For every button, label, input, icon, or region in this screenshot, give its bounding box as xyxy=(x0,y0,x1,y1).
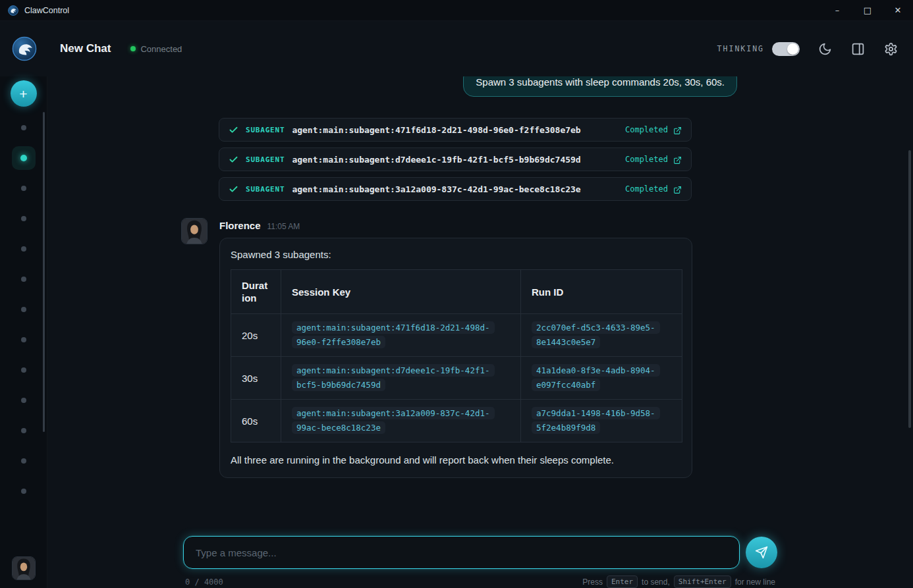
run-id-cell: 2cc070ef-d5c3-4633-89e5-8e1443c0e5e7 xyxy=(521,314,682,357)
chat-list-item[interactable] xyxy=(12,479,36,503)
run-id-code: 41a1dea0-8f3e-4adb-8904-e097fcc40abf xyxy=(532,364,660,391)
header-actions: THINKING xyxy=(717,41,899,57)
chat-list-item[interactable] xyxy=(12,328,36,352)
subagent-status-link[interactable]: Completed xyxy=(625,125,682,134)
titlebar: ClawControl – □ ✕ xyxy=(0,0,913,21)
dark-mode-button[interactable] xyxy=(817,41,833,57)
thinking-toggle[interactable] xyxy=(772,42,800,56)
chat-item-dot xyxy=(21,246,26,252)
assistant-body: Florence 11:05 AM Spawned 3 subagents: D… xyxy=(219,218,692,478)
check-icon xyxy=(229,155,238,165)
message-outro-text: All three are running in the background … xyxy=(231,454,681,466)
send-icon xyxy=(755,546,768,559)
composer-input-row xyxy=(183,536,777,569)
moon-icon xyxy=(818,42,832,56)
hint-newline: for new line xyxy=(735,577,775,587)
table-row: 20s agent:main:subagent:471f6d18-2d21-49… xyxy=(231,314,682,357)
sidebar-scrollbar[interactable] xyxy=(43,112,45,432)
subagent-status-label: Completed xyxy=(625,184,668,194)
chat-item-dot xyxy=(21,458,26,464)
app-window: ClawControl – □ ✕ New Chat Connected THI… xyxy=(0,0,913,588)
chat-list-item[interactable] xyxy=(12,207,36,230)
chat-list-item[interactable] xyxy=(12,237,36,261)
session-key-code: agent:main:subagent:d7deee1c-19fb-42f1-b… xyxy=(292,364,495,391)
shift-enter-key-chip: Shift+Enter xyxy=(674,575,731,588)
chat-list-item[interactable] xyxy=(12,176,36,200)
subagent-status-label: Completed xyxy=(625,155,668,164)
table-row: 60s agent:main:subagent:3a12a009-837c-42… xyxy=(231,400,682,442)
session-key-cell: agent:main:subagent:471f6d18-2d21-498d-9… xyxy=(281,314,521,357)
chat-list-item[interactable] xyxy=(12,298,36,321)
table-header-session-key: Session Key xyxy=(281,270,521,314)
subagent-tag: SUBAGENT xyxy=(246,185,285,194)
minimize-button[interactable]: – xyxy=(822,0,852,20)
chat-item-dot xyxy=(21,307,26,312)
chat-scrollbar[interactable] xyxy=(908,150,911,428)
connection-status-label: Connected xyxy=(140,44,182,54)
thinking-label: THINKING xyxy=(717,44,764,53)
chat-list-item[interactable] xyxy=(12,388,36,412)
enter-key-chip: Enter xyxy=(607,575,638,588)
window-controls: – □ ✕ xyxy=(822,0,913,20)
table-header-duration: Duration xyxy=(231,270,281,314)
chat-list-item[interactable] xyxy=(12,116,36,140)
external-link-icon xyxy=(673,155,682,164)
duration-cell: 30s xyxy=(231,357,281,400)
chat-item-dot xyxy=(21,125,26,130)
subagent-status-row: SUBAGENT agent:main:subagent:d7deee1c-19… xyxy=(219,147,692,171)
subagent-status-list: SUBAGENT agent:main:subagent:471f6d18-2d… xyxy=(219,118,692,201)
sidebar: + xyxy=(0,76,47,588)
chat-list-item[interactable] xyxy=(12,358,36,382)
session-key-code: agent:main:subagent:471f6d18-2d21-498d-9… xyxy=(292,321,495,348)
chat-list-item[interactable] xyxy=(12,267,36,291)
close-button[interactable]: ✕ xyxy=(883,0,913,20)
page-title: New Chat xyxy=(60,42,111,55)
assistant-name-row: Florence 11:05 AM xyxy=(219,218,692,231)
subagent-status-link[interactable]: Completed xyxy=(625,155,682,164)
subagent-status-link[interactable]: Completed xyxy=(625,184,682,194)
assistant-message: Florence 11:05 AM Spawned 3 subagents: D… xyxy=(181,218,737,478)
subagent-session-id: agent:main:subagent:3a12a009-837c-42d1-9… xyxy=(292,184,580,194)
table-header-run-id: Run ID xyxy=(521,270,682,314)
connection-status: Connected xyxy=(130,44,182,54)
subagent-session-id: agent:main:subagent:471f6d18-2d21-498d-9… xyxy=(292,125,580,135)
app-body: + Spawn 3 subagents with sleep commands … xyxy=(0,76,913,588)
subagent-status-row: SUBAGENT agent:main:subagent:3a12a009-83… xyxy=(219,177,692,201)
user-avatar[interactable] xyxy=(12,556,36,580)
chat-item-dot xyxy=(21,216,26,221)
subagent-tag: SUBAGENT xyxy=(246,126,285,134)
subagent-status-label: Completed xyxy=(625,125,668,134)
titlebar-app-name: ClawControl xyxy=(24,6,69,15)
header: New Chat Connected THINKING xyxy=(0,21,913,76)
session-key-cell: agent:main:subagent:d7deee1c-19fb-42f1-b… xyxy=(281,357,521,400)
session-key-code: agent:main:subagent:3a12a009-837c-42d1-9… xyxy=(292,407,495,434)
message-input[interactable] xyxy=(183,536,740,569)
main-chat-area: Spawn 3 subagents with sleep commands 20… xyxy=(47,76,913,588)
message-scroll-area[interactable]: Spawn 3 subagents with sleep commands 20… xyxy=(47,76,913,527)
app-logo-icon xyxy=(8,5,18,16)
table-row: 30s agent:main:subagent:d7deee1c-19fb-42… xyxy=(231,357,682,400)
panel-columns-icon xyxy=(851,42,865,56)
chat-list xyxy=(12,116,36,503)
external-link-icon xyxy=(673,185,682,194)
composer: 0 / 4000 Press Enter to send, Shift+Ente… xyxy=(183,527,777,588)
settings-button[interactable] xyxy=(883,41,899,57)
duration-cell: 60s xyxy=(231,400,281,442)
chat-item-dot xyxy=(21,367,26,373)
duration-cell: 20s xyxy=(231,314,281,357)
chat-list-item[interactable] xyxy=(12,449,36,473)
sidebar-panel-button[interactable] xyxy=(850,41,866,57)
check-icon xyxy=(229,125,238,135)
gear-icon xyxy=(884,42,898,56)
message-timestamp: 11:05 AM xyxy=(267,222,300,231)
new-chat-button[interactable]: + xyxy=(11,80,37,107)
char-counter: 0 / 4000 xyxy=(185,577,223,587)
subagent-status-row: SUBAGENT agent:main:subagent:471f6d18-2d… xyxy=(219,118,692,142)
chat-list-item[interactable] xyxy=(12,419,36,442)
send-button[interactable] xyxy=(746,537,777,568)
maximize-button[interactable]: □ xyxy=(852,0,883,20)
chat-list-item[interactable] xyxy=(12,146,36,170)
connection-status-dot xyxy=(130,46,136,51)
subagent-session-id: agent:main:subagent:d7deee1c-19fb-42f1-b… xyxy=(292,155,580,165)
check-icon xyxy=(229,184,238,194)
